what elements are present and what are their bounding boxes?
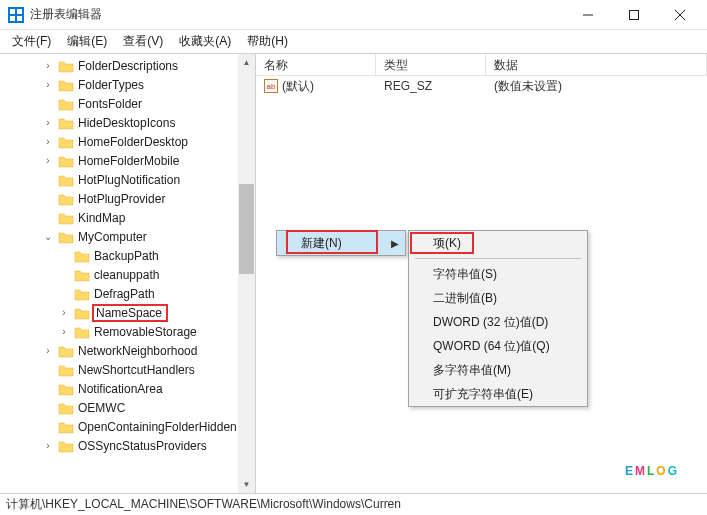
tree-label: FontsFolder	[78, 97, 142, 111]
expand-icon[interactable]: ›	[58, 326, 70, 337]
svg-rect-1	[10, 9, 15, 14]
ctx-multi[interactable]: 多字符串值(M)	[409, 358, 587, 382]
statusbar-path: 计算机\HKEY_LOCAL_MACHINE\SOFTWARE\Microsof…	[6, 496, 401, 513]
expand-icon[interactable]: ›	[42, 79, 54, 90]
tree-label: MyComputer	[78, 230, 147, 244]
ctx-string[interactable]: 字符串值(S)	[409, 262, 587, 286]
tree-label: KindMap	[78, 211, 125, 225]
tree-label: RemovableStorage	[94, 325, 197, 339]
svg-rect-2	[17, 9, 22, 14]
expand-icon[interactable]: ›	[42, 117, 54, 128]
tree-label: DefragPath	[94, 287, 155, 301]
tree-label: HomeFolderMobile	[78, 154, 179, 168]
tree-item-opencontainingfolderhidden[interactable]: OpenContainingFolderHidden	[0, 417, 255, 436]
ctx-new-label: 新建(N)	[301, 235, 342, 252]
menu-separator	[415, 258, 581, 259]
svg-rect-4	[17, 16, 22, 21]
context-menu-primary: 新建(N) ▶	[276, 230, 406, 256]
tree-label: HotPlugProvider	[78, 192, 165, 206]
tree-item-kindmap[interactable]: KindMap	[0, 208, 255, 227]
scroll-up-icon[interactable]: ▲	[238, 54, 255, 71]
cell-type: REG_SZ	[376, 79, 486, 93]
menu-file[interactable]: 文件(F)	[4, 31, 59, 52]
tree-item-backuppath[interactable]: BackupPath	[0, 246, 255, 265]
list-row[interactable]: ab (默认) REG_SZ (数值未设置)	[256, 76, 707, 96]
menu-view[interactable]: 查看(V)	[115, 31, 171, 52]
svg-rect-3	[10, 16, 15, 21]
expand-icon[interactable]: ›	[42, 155, 54, 166]
tree-label: OpenContainingFolderHidden	[78, 420, 237, 434]
tree-item-ossyncstatusproviders[interactable]: ›OSSyncStatusProviders	[0, 436, 255, 455]
statusbar: 计算机\HKEY_LOCAL_MACHINE\SOFTWARE\Microsof…	[0, 493, 707, 515]
tree-label: OEMWC	[78, 401, 125, 415]
tree-item-homefoldermobile[interactable]: ›HomeFolderMobile	[0, 151, 255, 170]
tree-item-fontsfolder[interactable]: FontsFolder	[0, 94, 255, 113]
tree-item-newshortcuthandlers[interactable]: NewShortcutHandlers	[0, 360, 255, 379]
tree-label: FolderDescriptions	[78, 59, 178, 73]
expand-icon[interactable]: ›	[42, 136, 54, 147]
tree-pane: ›FolderDescriptions›FolderTypesFontsFold…	[0, 54, 256, 493]
svg-rect-6	[630, 10, 639, 19]
ctx-dword[interactable]: DWORD (32 位)值(D)	[409, 310, 587, 334]
tree-item-folderdescriptions[interactable]: ›FolderDescriptions	[0, 56, 255, 75]
tree-item-hotplugnotification[interactable]: HotPlugNotification	[0, 170, 255, 189]
tree-scrollbar[interactable]: ▲ ▼	[238, 54, 255, 493]
minimize-button[interactable]	[565, 0, 611, 30]
scroll-down-icon[interactable]: ▼	[238, 476, 255, 493]
expand-icon[interactable]: ›	[42, 440, 54, 451]
tree-label: NewShortcutHandlers	[78, 363, 195, 377]
ctx-key[interactable]: 项(K)	[409, 231, 587, 255]
menu-favorites[interactable]: 收藏夹(A)	[171, 31, 239, 52]
col-name[interactable]: 名称	[256, 54, 376, 75]
tree-item-notificationarea[interactable]: NotificationArea	[0, 379, 255, 398]
tree-label: NameSpace	[96, 306, 162, 320]
list-header: 名称 类型 数据	[256, 54, 707, 76]
registry-tree[interactable]: ›FolderDescriptions›FolderTypesFontsFold…	[0, 54, 255, 457]
tree-label: cleanuppath	[94, 268, 159, 282]
tree-label: BackupPath	[94, 249, 159, 263]
tree-label: FolderTypes	[78, 78, 144, 92]
tree-label: OSSyncStatusProviders	[78, 439, 207, 453]
tree-item-namespace[interactable]: ›NameSpace	[0, 303, 255, 322]
cell-data: (数值未设置)	[486, 78, 707, 95]
app-icon	[8, 7, 24, 23]
expand-icon[interactable]: ›	[58, 307, 70, 318]
tree-label: NotificationArea	[78, 382, 163, 396]
menubar: 文件(F) 编辑(E) 查看(V) 收藏夹(A) 帮助(H)	[0, 30, 707, 54]
scroll-thumb[interactable]	[239, 184, 254, 274]
reg-string-icon: ab	[264, 79, 278, 93]
tree-label: HomeFolderDesktop	[78, 135, 188, 149]
ctx-qword[interactable]: QWORD (64 位)值(Q)	[409, 334, 587, 358]
maximize-button[interactable]	[611, 0, 657, 30]
expand-icon[interactable]: ›	[42, 345, 54, 356]
tree-item-homefolderdesktop[interactable]: ›HomeFolderDesktop	[0, 132, 255, 151]
tree-label: HotPlugNotification	[78, 173, 180, 187]
tree-label: HideDesktopIcons	[78, 116, 175, 130]
tree-item-oemwc[interactable]: OEMWC	[0, 398, 255, 417]
tree-label: NetworkNeighborhood	[78, 344, 197, 358]
cell-name: ab (默认)	[256, 78, 376, 95]
submenu-arrow-icon: ▶	[391, 238, 399, 249]
tree-item-defragpath[interactable]: DefragPath	[0, 284, 255, 303]
tree-item-mycomputer[interactable]: ⌄MyComputer	[0, 227, 255, 246]
expand-icon[interactable]: ›	[42, 60, 54, 71]
col-data[interactable]: 数据	[486, 54, 707, 75]
tree-item-networkneighborhood[interactable]: ›NetworkNeighborhood	[0, 341, 255, 360]
tree-item-hotplugprovider[interactable]: HotPlugProvider	[0, 189, 255, 208]
workspace: ›FolderDescriptions›FolderTypesFontsFold…	[0, 54, 707, 493]
ctx-binary[interactable]: 二进制值(B)	[409, 286, 587, 310]
expand-icon[interactable]: ⌄	[42, 231, 54, 242]
menu-edit[interactable]: 编辑(E)	[59, 31, 115, 52]
ctx-expand[interactable]: 可扩充字符串值(E)	[409, 382, 587, 406]
context-menu-submenu: 项(K) 字符串值(S) 二进制值(B) DWORD (32 位)值(D) QW…	[408, 230, 588, 407]
tree-item-foldertypes[interactable]: ›FolderTypes	[0, 75, 255, 94]
col-type[interactable]: 类型	[376, 54, 486, 75]
titlebar: 注册表编辑器	[0, 0, 707, 30]
ctx-new[interactable]: 新建(N) ▶	[277, 231, 405, 255]
tree-item-cleanuppath[interactable]: cleanuppath	[0, 265, 255, 284]
tree-item-hidedesktopicons[interactable]: ›HideDesktopIcons	[0, 113, 255, 132]
menu-help[interactable]: 帮助(H)	[239, 31, 296, 52]
close-button[interactable]	[657, 0, 703, 30]
watermark-logo: EMLOG	[625, 435, 679, 485]
tree-item-removablestorage[interactable]: ›RemovableStorage	[0, 322, 255, 341]
